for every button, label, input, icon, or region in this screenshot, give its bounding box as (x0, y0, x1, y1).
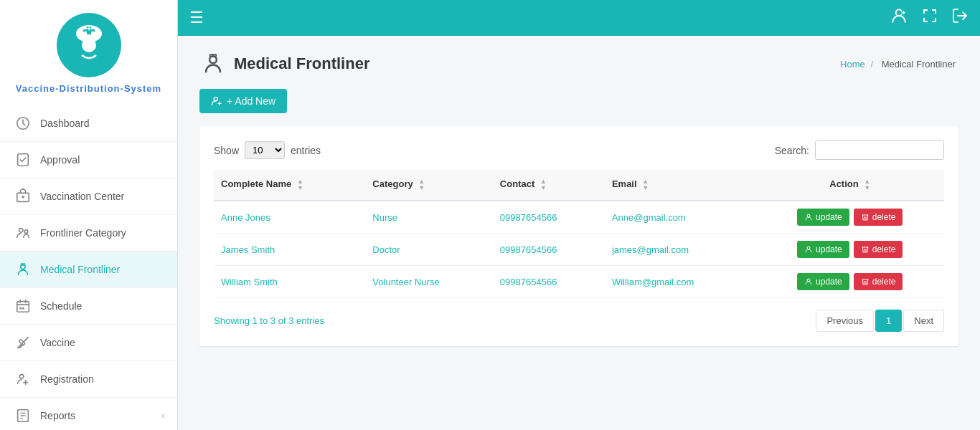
user-profile-icon[interactable] (890, 6, 908, 29)
svg-rect-16 (19, 307, 22, 310)
main-content: ☰ Medical Frontliner (178, 0, 980, 430)
sort-name-icon: ▲▼ (297, 178, 303, 191)
sidebar-item-dashboard[interactable]: Dashboard (0, 105, 177, 142)
breadcrumb-separator: / (870, 59, 873, 70)
sidebar-item-label-dashboard: Dashboard (40, 118, 164, 129)
sort-email-icon: ▲▼ (642, 178, 649, 191)
add-new-button[interactable]: + Add New (199, 89, 287, 113)
delete-button-0[interactable]: delete (854, 209, 903, 226)
pagination: Previous 1 Next (816, 310, 944, 332)
col-category: Category ▲▼ (365, 170, 493, 201)
cell-contact-2: 09987654566 (493, 266, 605, 298)
cell-category-0: Nurse (365, 201, 493, 234)
cell-category-2: Volunteer Nurse (365, 266, 493, 298)
topbar-right (890, 6, 969, 29)
sort-action-icon: ▲▼ (864, 178, 870, 191)
cell-email-2: William@gmail.com (605, 266, 756, 298)
expand-icon[interactable] (921, 7, 938, 29)
sidebar-item-label-medical-frontliner: Medical Frontliner (40, 264, 164, 275)
breadcrumb-home[interactable]: Home (840, 59, 865, 70)
page-title: Medical Frontliner (234, 54, 369, 73)
logo-svg (67, 24, 110, 67)
entries-select[interactable]: 10 25 50 100 (245, 141, 285, 159)
update-button-0[interactable]: update (797, 209, 849, 226)
svg-rect-17 (22, 307, 24, 310)
svg-point-3 (82, 38, 96, 52)
showing-range: 1 to 3 (253, 315, 276, 326)
hamburger-menu-icon[interactable]: ☰ (189, 9, 204, 27)
vaccination-center-icon (13, 186, 33, 206)
page-1-button[interactable]: 1 (875, 310, 902, 332)
table-row: Anne Jones Nurse 09987654566 Anne@gmail.… (214, 201, 944, 234)
search-input[interactable] (815, 140, 944, 160)
cell-contact-0: 09987654566 (493, 201, 605, 234)
sidebar-item-label-registration: Registration (40, 373, 164, 385)
sidebar-item-schedule[interactable]: Schedule (0, 288, 177, 325)
entries-label: entries (291, 145, 321, 156)
cell-name-1: James Smith (214, 234, 365, 266)
sidebar-item-approval[interactable]: Approval (0, 142, 177, 178)
update-button-2[interactable]: update (797, 273, 849, 290)
cell-name-2: William Smith (214, 266, 365, 298)
col-action: Action ▲▼ (756, 170, 945, 201)
search-area: Search: (775, 140, 944, 160)
sidebar-item-medical-frontliner[interactable]: Medical Frontliner (0, 252, 177, 288)
sidebar-item-registration[interactable]: Registration (0, 361, 177, 398)
svg-point-28 (896, 9, 903, 16)
sort-category-icon: ▲▼ (418, 178, 425, 191)
sidebar-item-frontliner-category[interactable]: Frontliner Category (0, 215, 177, 252)
sort-contact-icon: ▲▼ (540, 178, 547, 191)
col-email: Email ▲▼ (605, 170, 756, 201)
table-card: Show 10 25 50 100 entries Search: (199, 126, 958, 346)
svg-point-40 (807, 279, 810, 282)
showing-text: Showing 1 to 3 of 3 entries (214, 315, 324, 326)
cell-email-1: james@gmail.com (605, 234, 756, 266)
sidebar: Vaccine-Distribution-System Dashboard Ap… (0, 0, 178, 430)
page-header: Medical Frontliner Home / Medical Frontl… (199, 50, 958, 77)
sidebar-logo: Vaccine-Distribution-System (0, 0, 177, 105)
sidebar-item-label-schedule: Schedule (40, 300, 164, 312)
svg-point-12 (24, 230, 28, 234)
search-label: Search: (775, 145, 809, 156)
next-button[interactable]: Next (903, 310, 944, 332)
svg-point-39 (807, 247, 810, 249)
sidebar-item-label-vaccination-center: Vaccination Center (40, 191, 164, 202)
schedule-icon (13, 296, 33, 316)
topbar-left: ☰ (189, 9, 204, 27)
previous-button[interactable]: Previous (816, 310, 874, 332)
table-row: William Smith Volunteer Nurse 0998765456… (214, 266, 944, 298)
page-title-icon (199, 50, 227, 77)
reports-icon (13, 406, 33, 426)
table-footer: Showing 1 to 3 of 3 entries Previous 1 N… (214, 310, 944, 332)
logout-icon[interactable] (951, 7, 969, 29)
svg-rect-5 (88, 27, 90, 31)
sidebar-item-label-reports: Reports (40, 410, 161, 421)
sidebar-item-vaccine[interactable]: Vaccine (0, 325, 177, 361)
cell-contact-1: 09987654566 (493, 234, 605, 266)
col-contact: Contact ▲▼ (493, 170, 605, 201)
show-label: Show (214, 145, 239, 156)
update-button-1[interactable]: update (797, 241, 849, 258)
add-new-label: + Add New (227, 95, 275, 107)
delete-button-1[interactable]: delete (854, 241, 903, 258)
show-entries: Show 10 25 50 100 entries (214, 141, 321, 159)
table-header-row: Complete Name ▲▼ Category ▲▼ Contact ▲▼ (214, 170, 944, 201)
svg-rect-15 (17, 302, 29, 312)
delete-button-2[interactable]: delete (854, 273, 903, 290)
data-table: Complete Name ▲▼ Category ▲▼ Contact ▲▼ (214, 170, 944, 298)
svg-line-18 (18, 338, 29, 348)
sidebar-item-vaccination-center[interactable]: Vaccination Center (0, 178, 177, 215)
svg-point-38 (807, 214, 810, 217)
showing-total: 3 (288, 315, 293, 326)
table-row: James Smith Doctor 09987654566 james@gma… (214, 234, 944, 266)
sidebar-item-reports[interactable]: Reports ‹ (0, 398, 177, 430)
showing-suffix: entries (296, 315, 324, 326)
registration-icon (13, 369, 33, 389)
sidebar-item-label-frontliner-category: Frontliner Category (40, 227, 164, 239)
cell-action-1: update delete (756, 234, 945, 266)
sidebar-item-label-approval: Approval (40, 154, 164, 166)
logo-circle (57, 13, 121, 77)
sidebar-nav: Dashboard Approval Vaccination Center Fr… (0, 105, 177, 430)
table-body: Anne Jones Nurse 09987654566 Anne@gmail.… (214, 201, 944, 298)
cell-name-0: Anne Jones (214, 201, 365, 234)
